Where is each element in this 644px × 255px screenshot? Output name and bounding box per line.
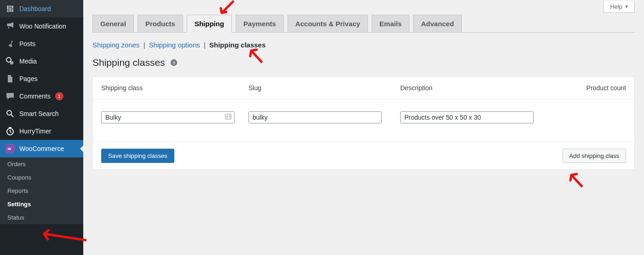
col-head-desc: Description [400,84,561,92]
svg-text:?: ? [172,60,175,65]
page-title: Shipping classes ? [92,53,635,76]
sidebar-item-label: WooCommerce [19,145,64,152]
subnav-separator: | [144,41,145,49]
sidebar-item-pages[interactable]: Pages [0,70,83,87]
sidebar-item-woocommerce[interactable]: W WooCommerce [0,140,83,157]
help-tab[interactable]: Help ▼ [603,1,635,13]
col-head-class: Shipping class [101,84,248,92]
table-footer: Save shipping classes Add shipping class [93,142,634,169]
admin-sidebar: Dashboard Woo Notification Posts Media P… [0,0,83,255]
subnav-shipping-options[interactable]: Shipping options [149,41,200,49]
search-icon [6,109,15,118]
shipping-classes-table: Shipping class Slug Description Product … [92,76,635,170]
sidebar-sub-orders[interactable]: Orders [0,157,83,171]
tab-products[interactable]: Products [138,15,183,32]
svg-text:W: W [7,147,11,151]
shipping-class-slug-input[interactable] [248,111,382,123]
help-icon[interactable]: ? [170,58,178,67]
svg-point-1 [7,110,12,115]
tab-payments[interactable]: Payments [236,15,284,32]
sidebar-sub-settings[interactable]: Settings [0,197,83,211]
save-shipping-classes-button[interactable]: Save shipping classes [101,149,174,163]
sidebar-item-label: Woo Notification [19,23,66,30]
sidebar-item-woo-notification[interactable]: Woo Notification [0,17,83,35]
sidebar-item-label: Dashboard [19,5,51,12]
sidebar-item-dashboard[interactable]: Dashboard [0,0,83,17]
col-head-count: Product count [561,84,626,92]
comment-icon [6,92,15,101]
sidebar-item-posts[interactable]: Posts [0,35,83,52]
woo-icon: W [6,144,15,153]
tab-accounts-privacy[interactable]: Accounts & Privacy [288,15,368,32]
table-row [93,99,634,142]
sidebar-sub-reports[interactable]: Reports [0,184,83,197]
main-content: Help ▼ General Products Shipping Payment… [83,0,644,255]
sidebar-sub-status[interactable]: Status [0,211,83,224]
sidebar-item-label: HurryTimer [19,128,51,135]
megaphone-icon [6,22,15,31]
sidebar-item-label: Smart Search [19,110,59,117]
tab-general[interactable]: General [92,15,134,32]
table-head: Shipping class Slug Description Product … [93,77,634,99]
chevron-down-icon: ▼ [624,4,629,9]
product-count-cell [561,111,626,123]
dashboard-icon [6,4,15,13]
sidebar-item-media[interactable]: Media [0,52,83,70]
sidebar-item-label: Media [19,58,37,65]
settings-nav-tabs: General Products Shipping Payments Accou… [92,15,635,33]
page-icon [6,74,15,83]
add-shipping-class-button[interactable]: Add shipping class [563,149,626,163]
shipping-class-name-input[interactable] [101,111,235,123]
tab-emails[interactable]: Emails [372,15,409,32]
tab-advanced[interactable]: Advanced [413,15,462,32]
subnav-shipping-zones[interactable]: Shipping zones [92,41,140,49]
timer-icon [6,127,15,136]
tab-shipping[interactable]: Shipping [187,15,232,33]
subnav-separator: | [204,41,206,49]
subnav-shipping-classes: Shipping classes [209,41,266,49]
sidebar-item-smart-search[interactable]: Smart Search [0,105,83,122]
sidebar-sub-coupons[interactable]: Coupons [0,171,83,184]
svg-point-7 [226,116,228,117]
sidebar-item-comments[interactable]: Comments 1 [0,87,83,105]
shipping-subnav: Shipping zones | Shipping options | Ship… [92,33,635,53]
sidebar-submenu: Orders Coupons Reports Settings Status [0,157,83,224]
comments-count-badge: 1 [55,92,63,100]
autofill-icon [224,113,232,122]
sidebar-item-label: Posts [19,40,35,47]
sidebar-item-label: Comments [19,93,51,100]
col-head-slug: Slug [248,84,400,92]
shipping-class-description-input[interactable] [400,111,534,123]
help-label: Help [610,3,622,10]
media-icon [6,57,15,66]
pin-icon [6,39,15,48]
sidebar-item-label: Pages [19,75,38,82]
sidebar-item-hurrytimer[interactable]: HurryTimer [0,122,83,140]
